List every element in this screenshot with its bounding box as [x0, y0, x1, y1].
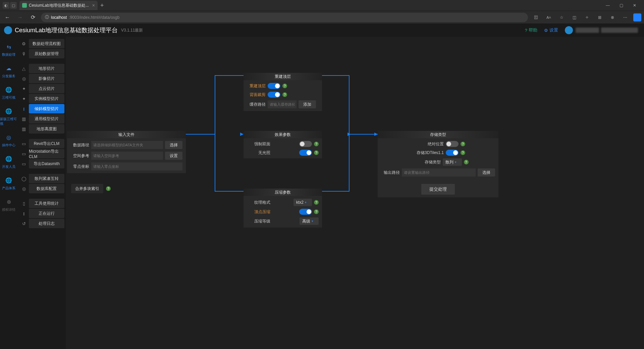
- more-icon[interactable]: ⋯: [621, 13, 630, 22]
- svg-marker-1: [240, 133, 244, 136]
- refresh-button[interactable]: ⟳: [28, 13, 38, 22]
- address-bar[interactable]: ⓘ localhost:9003/index.html#/data/osgb: [41, 13, 528, 22]
- help-icon[interactable]: ?: [461, 142, 465, 146]
- submit-button[interactable]: 提交处理: [421, 184, 455, 195]
- split-icon[interactable]: ◫: [570, 13, 579, 22]
- cache-label: 缓存路径: [247, 102, 266, 107]
- texture-format-select[interactable]: ktx2: [293, 199, 312, 206]
- submenu-icon: 🎙: [19, 51, 29, 56]
- help-link[interactable]: ?帮助: [525, 27, 537, 33]
- help-icon[interactable]: ?: [314, 200, 319, 205]
- forward-button[interactable]: →: [15, 13, 25, 22]
- nav-rail-item[interactable]: ⊕授权详情: [0, 194, 17, 215]
- submenu-item[interactable]: 🎙原始数据管理: [17, 49, 66, 58]
- storage-type-select[interactable]: 散列: [443, 158, 462, 166]
- submenu-icon: ◯: [19, 176, 29, 181]
- submenu-item[interactable]: ▥地形高度图: [17, 124, 66, 134]
- submenu-item[interactable]: ✦点云切片: [17, 84, 66, 93]
- output-path-input[interactable]: [402, 168, 476, 177]
- star-icon[interactable]: ☆: [557, 13, 566, 22]
- user-avatar-icon[interactable]: [565, 26, 573, 34]
- origin-input[interactable]: [91, 162, 182, 170]
- help-icon[interactable]: ?: [282, 84, 287, 88]
- submenu-item[interactable]: ▯工具使用统计: [17, 199, 66, 208]
- compress-level-select[interactable]: 高级: [300, 217, 319, 225]
- help-icon[interactable]: ?: [314, 150, 319, 155]
- submenu-label: 实例模型切片: [35, 96, 59, 102]
- key-icon[interactable]: ⚿: [531, 13, 541, 22]
- help-icon[interactable]: ?: [282, 92, 287, 97]
- profile-icon[interactable]: ◐: [3, 2, 9, 9]
- help-icon[interactable]: ?: [464, 160, 469, 164]
- cull-toggle[interactable]: [268, 92, 280, 98]
- rebuild-label: 重建顶层: [247, 83, 266, 89]
- submenu-item[interactable]: ⫿正在运行: [17, 209, 66, 218]
- vertex-compress-label: 顶点压缩: [247, 209, 270, 215]
- nav-rail-item[interactable]: 🌐三维可视: [0, 82, 17, 103]
- submenu-item[interactable]: ⚙数据处理流程图: [17, 39, 66, 48]
- select-data-button[interactable]: 选择: [165, 141, 182, 149]
- submenu-item[interactable]: ▭导出Datasmith: [17, 159, 66, 168]
- favorites-icon[interactable]: ✧: [582, 13, 592, 22]
- panel-rebuild: 重建顶层 重建顶层 ? 背面裁剪 ? 缓存路径 添加: [244, 73, 322, 111]
- settings-link[interactable]: ⚙设置: [544, 27, 558, 33]
- help-icon[interactable]: ?: [314, 209, 319, 214]
- nav-icon: ◎: [4, 133, 13, 142]
- collections-icon[interactable]: ⊞: [595, 13, 604, 22]
- copilot-icon[interactable]: [633, 13, 641, 21]
- submenu-item[interactable]: ◎影像切片: [17, 74, 66, 83]
- submenu-icon: ↺: [19, 221, 29, 226]
- texture-label: 纹理格式: [247, 200, 270, 205]
- help-icon[interactable]: ?: [461, 150, 465, 155]
- nav-rail-item[interactable]: ☁分发服务: [0, 60, 17, 82]
- submenu-item[interactable]: ◎数据库配置: [17, 184, 66, 193]
- nav-rail-item[interactable]: 🌐新版三维可视: [0, 103, 17, 130]
- abs-pos-toggle[interactable]: [446, 141, 459, 147]
- window-titlebar: ◐ ▢ CesiumLab地理信息基础数据处... × + — ▢ ✕: [0, 0, 644, 11]
- nav-label: 开发人员: [2, 164, 15, 169]
- help-icon[interactable]: ?: [314, 142, 319, 146]
- submenu-item[interactable]: ▭Revit导出CLM: [17, 139, 66, 148]
- extensions-icon[interactable]: ⊗: [608, 13, 617, 22]
- rebuild-toggle[interactable]: [268, 83, 280, 89]
- cache-path-input[interactable]: [268, 100, 297, 108]
- panel-input-title: 输入文件: [67, 131, 186, 138]
- nav-rail-item[interactable]: 🌐开发人员: [0, 151, 17, 172]
- tabs-icon[interactable]: ▢: [10, 2, 17, 9]
- submenu-item[interactable]: ◯散列紧凑互转: [17, 174, 66, 183]
- submenu-icon: ▥: [19, 116, 29, 121]
- submenu-icon: ⚙: [19, 41, 29, 46]
- srs-input[interactable]: [91, 152, 163, 160]
- tiles-toggle[interactable]: [446, 150, 459, 156]
- help-icon[interactable]: ?: [106, 186, 111, 191]
- add-cache-button[interactable]: 添加: [299, 100, 316, 108]
- nav-rail-item[interactable]: ◎插件中心: [0, 130, 17, 151]
- submenu-item[interactable]: ↺处理日志: [17, 219, 66, 228]
- select-output-button[interactable]: 选择: [478, 168, 495, 177]
- submenu-item[interactable]: ⫿倾斜模型切片: [17, 104, 66, 113]
- svg-marker-2: [347, 133, 351, 136]
- data-path-input[interactable]: [91, 141, 163, 149]
- new-tab-button[interactable]: +: [100, 2, 104, 9]
- submenu-icon: ▭: [19, 161, 29, 166]
- close-window-button[interactable]: ✕: [628, 3, 641, 8]
- set-srs-button[interactable]: 设置: [165, 152, 182, 160]
- maximize-button[interactable]: ▢: [614, 3, 628, 8]
- double-side-toggle[interactable]: [299, 141, 312, 147]
- nav-rail-item[interactable]: 🌐产品体系: [0, 172, 17, 194]
- merge-index-button[interactable]: 合并多块索引: [71, 184, 103, 193]
- submenu-item[interactable]: ▭Microstation导出CLM: [17, 149, 66, 158]
- submenu-item[interactable]: △地形切片: [17, 64, 66, 73]
- vertex-compress-toggle[interactable]: [299, 209, 312, 215]
- minimize-button[interactable]: —: [601, 3, 614, 8]
- browser-tab[interactable]: CesiumLab地理信息基础数据处... ×: [19, 1, 98, 10]
- text-size-icon[interactable]: AA: [544, 13, 553, 22]
- no-light-toggle[interactable]: [299, 150, 312, 156]
- back-button[interactable]: ←: [3, 13, 12, 22]
- submenu-item[interactable]: ✦实例模型切片: [17, 94, 66, 103]
- panel-rebuild-title: 重建顶层: [244, 73, 322, 80]
- panel-effect-title: 效果参数: [244, 131, 322, 138]
- submenu-item[interactable]: ▥通用模型切片: [17, 114, 66, 123]
- nav-rail-item[interactable]: ⇆数据处理: [0, 39, 17, 60]
- close-tab-icon[interactable]: ×: [92, 3, 95, 8]
